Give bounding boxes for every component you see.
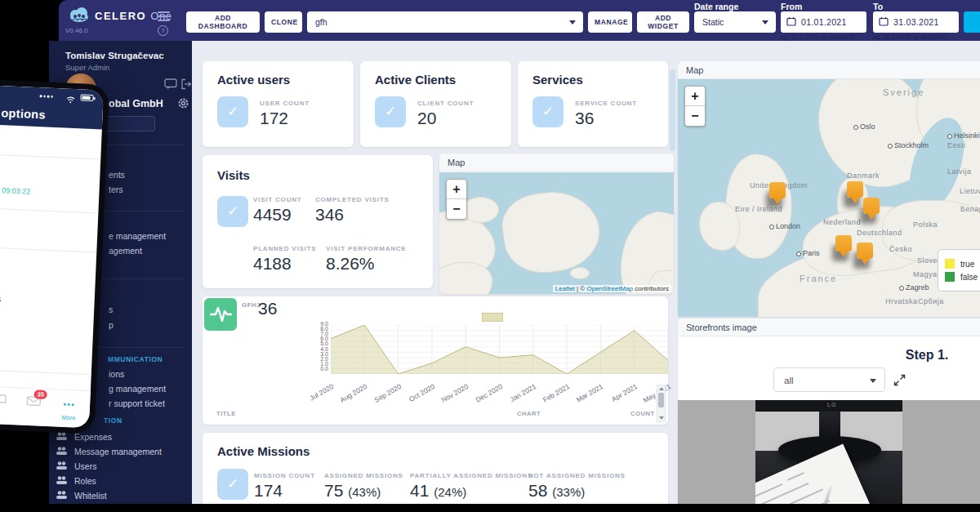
widget-scrollbar[interactable] xyxy=(657,385,666,422)
to-date-input[interactable]: 31.03.2021 xyxy=(873,11,959,33)
zoom-out-button[interactable]: − xyxy=(685,106,705,126)
date-range-select[interactable]: Static xyxy=(694,11,776,33)
tab-notes[interactable] xyxy=(0,393,7,408)
manage-button[interactable]: MANAGE xyxy=(588,11,632,33)
map-label: Србија xyxy=(918,297,944,305)
map-marker-icon[interactable] xyxy=(835,235,852,252)
notification-badge: 35 xyxy=(33,390,47,399)
sidebar-item[interactable]: r support ticket xyxy=(109,398,165,408)
zoom-in-button[interactable]: + xyxy=(447,180,466,199)
help-icon[interactable]: ? xyxy=(158,25,168,36)
chevron-down-icon xyxy=(569,20,576,24)
phone-page-title: ore options xyxy=(0,105,46,122)
metric-value: 346 xyxy=(315,205,344,225)
dashboard-select[interactable]: gfh xyxy=(307,11,583,33)
sidebar-item-whitelist[interactable]: Whitelist xyxy=(56,489,107,501)
chat-icon[interactable] xyxy=(164,78,177,93)
map-label: Stockholm xyxy=(894,141,929,149)
widget-header: Map xyxy=(439,154,674,171)
metric-value: 172 xyxy=(260,109,288,128)
date-range-label: Date range xyxy=(694,2,738,11)
app-version: V0.46.0 xyxy=(65,27,88,34)
metric-label: COMPLETED VISITS xyxy=(315,196,390,203)
sidebar-item-roles[interactable]: Roles xyxy=(56,474,96,486)
map-label: Zagreb xyxy=(906,283,929,292)
map-marker-icon[interactable] xyxy=(857,243,873,259)
sidebar-item-message-management[interactable]: Message management xyxy=(56,445,162,456)
clone-button[interactable]: CLONE xyxy=(265,11,302,33)
sidebar-item[interactable]: p xyxy=(109,320,114,330)
logout-icon[interactable] xyxy=(180,78,192,93)
page-scrollbar[interactable] xyxy=(670,69,675,151)
x-axis-labels: Jul 2020Aug 2020Sep 2020Oct 2020Nov 2020… xyxy=(331,377,668,410)
apply-button[interactable]: APPLY xyxy=(964,11,980,33)
zoom-in-button[interactable]: + xyxy=(685,87,705,106)
sidebar-item[interactable]: ents xyxy=(109,170,125,180)
menu-hamburger-icon[interactable] xyxy=(158,11,170,24)
gear-icon[interactable] xyxy=(177,97,189,113)
column-header-chart: CHART xyxy=(517,410,541,417)
metric-label: PARTIALLY ASSIGNED MISSIONS xyxy=(410,472,532,479)
topbar: CELERO One V0.46.0 ? ADD DASHBOARD CLONE… xyxy=(59,0,980,41)
map-marker-icon[interactable] xyxy=(769,182,786,198)
active-clients-card: Active Clients ✓ CLIENT COUNT 20 xyxy=(360,61,511,147)
add-widget-button[interactable]: ADD WIDGET xyxy=(637,11,689,33)
card-title: Active Missions xyxy=(217,444,310,458)
tab-more[interactable]: ••• More xyxy=(61,396,76,422)
sidebar-section-header: MMUNICATION xyxy=(108,355,163,363)
sidebar-item[interactable]: s xyxy=(109,305,113,314)
storefront-filter-select[interactable]: all xyxy=(773,367,885,392)
leaflet-link[interactable]: Leaflet xyxy=(555,285,575,292)
zoom-out-button[interactable]: − xyxy=(447,199,466,219)
sidebar-item[interactable]: ters xyxy=(109,185,123,194)
sidebar-item[interactable]: agement xyxy=(109,246,142,256)
scroll-thumb[interactable] xyxy=(658,393,664,407)
column-header-count: COUNT xyxy=(630,410,655,417)
map-label: Česko xyxy=(889,245,912,253)
active-users-card: Active users ✓ USER COUNT 172 xyxy=(203,61,354,147)
metric-label: ASSIGNED MISSIONS xyxy=(324,472,403,479)
metric-label: PLANNED VISITS xyxy=(253,245,316,252)
people-icon xyxy=(56,433,68,443)
metric-label: VISIT PERFORMANCE xyxy=(326,245,407,252)
services-card: Services ✓ SERVICE COUNT 36 xyxy=(518,61,668,147)
from-date-hint: eg. 30.1.1970. or 30011970 xyxy=(781,34,855,40)
scroll-down-icon[interactable] xyxy=(659,416,664,420)
map-label: Lietuva xyxy=(960,187,980,195)
x-tick-label: Apr 2021 xyxy=(602,382,639,408)
expand-icon[interactable] xyxy=(893,374,906,390)
landmass-ireland xyxy=(699,202,740,251)
sidebar-item[interactable]: g management xyxy=(109,384,166,394)
osm-link[interactable]: OpenStreetMap xyxy=(586,285,632,292)
phone-item-timestamp: 8-2021 09:03:22 xyxy=(0,185,30,196)
landmass-iceland xyxy=(570,267,590,279)
sidebar-item-users[interactable]: Users xyxy=(56,460,96,471)
x-tick-label: Nov 2020 xyxy=(433,382,470,408)
check-icon: ✓ xyxy=(217,469,248,500)
small-map-widget: Map + − Leaflet | © OpenStreetMap contri… xyxy=(439,154,674,294)
tab-messages[interactable]: 35 xyxy=(26,394,42,410)
sidebar-item[interactable]: ions xyxy=(109,369,124,379)
phone-mockup: ore options ation 8-2021 09:03:22 ction … xyxy=(0,78,109,434)
card-title: Visits xyxy=(217,168,250,182)
map-marker-icon[interactable] xyxy=(847,181,863,198)
divider xyxy=(0,247,96,253)
metric-value: 36 xyxy=(575,109,594,128)
map-label: Paris xyxy=(803,249,820,257)
check-icon: ✓ xyxy=(375,96,406,127)
add-dashboard-button[interactable]: ADD DASHBOARD xyxy=(186,11,260,33)
phone-tab-bar: 35 ••• More xyxy=(0,385,91,428)
to-date-hint: eg. 30.1.1970. or 30011970 xyxy=(873,34,947,40)
map-label: Eire / Ireland xyxy=(735,205,782,213)
map-marker-icon[interactable] xyxy=(863,198,880,214)
from-label: From xyxy=(781,2,802,11)
phone-list-item[interactable]: tickets xyxy=(0,292,1,305)
metric-label: SERVICE COUNT xyxy=(575,100,637,107)
from-date-input[interactable]: 01.01.2021 xyxy=(781,11,866,33)
landmass xyxy=(439,262,492,294)
europe-map[interactable]: + − SverigeOsloStockholmHelsinkiEestiLat… xyxy=(678,79,980,317)
scroll-up-icon[interactable] xyxy=(659,387,664,390)
monitor-logo: LG xyxy=(827,402,836,407)
sidebar-item[interactable]: e management xyxy=(109,231,166,241)
small-map[interactable]: + − Leaflet | © OpenStreetMap contributo… xyxy=(439,172,674,294)
